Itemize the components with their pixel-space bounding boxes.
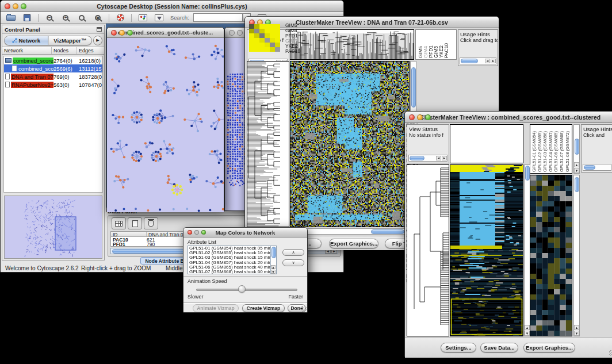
zoom-window-icon[interactable]	[425, 114, 431, 120]
cm1-row-dendrogram[interactable]	[247, 61, 289, 227]
scroll-down-icon[interactable]: ▼	[574, 331, 579, 336]
zoom-window-icon[interactable]	[127, 30, 133, 36]
vscroll-thumb[interactable]	[575, 139, 579, 155]
cm2-genelist-vscrollbar[interactable]: ▲ ▼	[573, 175, 580, 336]
cm2-status-hscrollbar[interactable]: ◄ ►	[408, 155, 447, 162]
toolbar-separator	[38, 14, 39, 22]
cm2-labels-vscrollbar[interactable]: ▲ ▼	[573, 124, 580, 174]
vscroll-thumb[interactable]	[411, 67, 416, 108]
more-tabs-button[interactable]: ▶	[93, 36, 102, 45]
save-data-button[interactable]: Save Data...	[480, 343, 518, 352]
slider-thumb[interactable]	[238, 285, 246, 293]
open-file-button[interactable]	[4, 13, 18, 22]
cm2-row-dendrogram[interactable]	[407, 164, 449, 336]
overview-canvas[interactable]	[5, 196, 102, 258]
vscroll-thumb[interactable]	[525, 166, 530, 181]
cm1-heatmap[interactable]	[290, 61, 410, 227]
animation-speed-slider[interactable]	[196, 289, 297, 291]
zoom-window-icon[interactable]	[201, 230, 206, 235]
control-panel-header: Control Panel	[2, 25, 104, 34]
tab-network[interactable]: Network	[5, 36, 48, 45]
column-label: GPL51-02 (GSM855)	[538, 131, 542, 172]
minimize-icon[interactable]	[119, 30, 125, 36]
desktop: Cytoscape Desktop (Session Name: collins…	[0, 0, 612, 364]
minimize-icon[interactable]	[13, 3, 18, 9]
scroll-left-icon[interactable]: ◄	[436, 156, 441, 160]
scroll-down-icon[interactable]: ▼	[271, 270, 276, 274]
move-up-button[interactable]: ∧	[282, 249, 304, 256]
hscroll-thumb[interactable]	[371, 229, 404, 234]
net1-titlebar[interactable]: combined_scores_good.txt--cluste...	[107, 28, 224, 38]
cm2-titlebar[interactable]: ClusterMaker TreeView : combined_scores_…	[405, 112, 612, 123]
cm2-column-dendrogram[interactable]	[450, 124, 523, 163]
cm1-column-dendrogram[interactable]	[290, 29, 414, 60]
column-label: GPL51-07 (GSM868)	[560, 131, 564, 172]
search-input[interactable]: ▼	[193, 13, 243, 22]
cm2-detail-heatmap[interactable]	[530, 175, 572, 336]
save-button[interactable]	[20, 13, 34, 22]
close-icon[interactable]	[409, 114, 415, 120]
help-button[interactable]	[113, 13, 127, 22]
attribute-item[interactable]: GPL51-07 (GSM868) heat shock 60 min	[188, 270, 276, 274]
scroll-down-icon[interactable]: ▼	[574, 168, 579, 173]
scroll-right-icon[interactable]: ►	[442, 156, 447, 160]
filter-button[interactable]	[152, 13, 166, 22]
resize-grip[interactable]	[609, 350, 612, 356]
cm2-heatmap[interactable]	[450, 164, 523, 336]
cm1-titlebar[interactable]: ClusterMaker TreeView : DNA and Tran 07-…	[245, 17, 499, 28]
zoom-fit-button[interactable]: ▣	[91, 13, 105, 22]
scroll-right-icon[interactable]: ►	[491, 59, 496, 63]
network-list-row[interactable]: combined_scores2764(0)16218(0)	[4, 56, 102, 64]
zoom-in-button[interactable]: +	[59, 13, 72, 22]
scroll-down-icon[interactable]: ▼	[525, 331, 530, 336]
attr-list-vscrollbar[interactable]: ▲ ▼	[270, 246, 276, 274]
network-overview-panel[interactable]	[4, 196, 102, 259]
attribute-list[interactable]: GPL51-01 (GSM854) heat shock 05 minGPL51…	[188, 246, 277, 274]
cm2-hints-hscrollbar[interactable]	[583, 164, 611, 171]
scroll-up-icon[interactable]: ▲	[574, 325, 579, 330]
animate-vizmap-button[interactable]: Animate Vizmap	[193, 304, 239, 312]
zoom-window-icon[interactable]	[21, 3, 26, 9]
cm1-correlation-matrix[interactable]	[249, 24, 280, 52]
tab-vizmapper[interactable]: VizMapper™	[48, 36, 92, 45]
dialog-titlebar[interactable]: Map Colors to Network	[183, 228, 307, 237]
scroll-up-icon[interactable]: ▲	[574, 162, 579, 167]
cm1-hscrollbar[interactable]: ◄ ►	[290, 228, 416, 235]
float-panel-icon[interactable]	[97, 27, 102, 32]
minimize-icon[interactable]	[194, 230, 199, 235]
hscroll-thumb[interactable]	[410, 156, 424, 160]
folder-icon	[6, 15, 16, 21]
attribute-select-button[interactable]	[112, 217, 126, 229]
main-titlebar[interactable]: Cytoscape Desktop (Session Name: collins…	[1, 1, 343, 12]
network-list-row[interactable]: combined_sco2569(6)13112(15)	[4, 64, 102, 72]
create-vizmap-button[interactable]: Create Vizmap	[242, 304, 285, 312]
export-graphics-button[interactable]: Export Graphics...	[329, 239, 378, 248]
window-controls	[5, 3, 26, 9]
scroll-left-icon[interactable]: ◄	[485, 59, 490, 63]
vscroll-thumb[interactable]	[271, 247, 276, 258]
resize-grip[interactable]	[301, 306, 307, 312]
network-list-row[interactable]: RNAPuberNov2+563(0)107847(0)	[4, 81, 102, 89]
create-attribute-button[interactable]	[128, 217, 142, 229]
hscroll-thumb[interactable]	[461, 59, 478, 63]
scroll-up-icon[interactable]: ▲	[271, 265, 276, 269]
zoom-out-button[interactable]: −	[43, 13, 56, 22]
minimize-icon[interactable]	[417, 114, 423, 120]
move-down-button[interactable]: ∨	[282, 259, 304, 266]
settings-button[interactable]: Settings...	[441, 343, 476, 352]
network-manager-button[interactable]	[136, 13, 150, 22]
vscroll-thumb[interactable]	[575, 177, 579, 192]
hscroll-thumb[interactable]	[584, 165, 595, 170]
export-graphics-button[interactable]: Export Graphics...	[523, 343, 575, 352]
cm1-hints-hscrollbar[interactable]: ◄ ►	[460, 58, 496, 64]
delete-attribute-button[interactable]	[144, 217, 158, 229]
close-icon[interactable]	[188, 230, 192, 235]
close-icon[interactable]	[111, 30, 117, 36]
network-canvas-1[interactable]	[107, 38, 224, 212]
close-icon[interactable]	[229, 30, 235, 36]
scroll-up-icon[interactable]: ▲	[525, 325, 530, 330]
zoom-selected-button[interactable]	[75, 13, 89, 22]
minimize-icon[interactable]	[237, 30, 243, 36]
network-list-row[interactable]: DNA and Tran 07769(0)183728(0)	[4, 72, 102, 81]
close-icon[interactable]	[5, 3, 10, 9]
